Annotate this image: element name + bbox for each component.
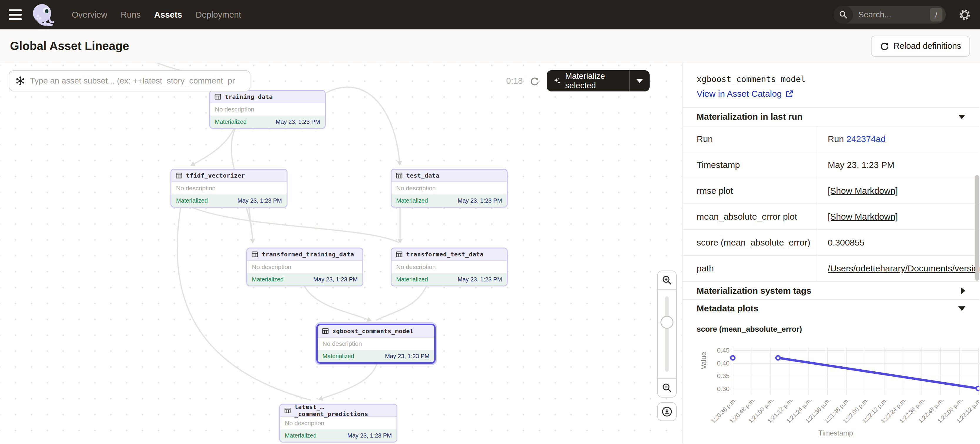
asset-node-header: tfidf_vectorizer — [171, 170, 286, 182]
panel-scrollbar[interactable] — [975, 175, 979, 281]
materialization-time[interactable]: May 23, 1:23 PM — [313, 276, 358, 283]
reload-definitions-button[interactable]: Reload definitions — [871, 36, 970, 57]
section-materialization-system-tags[interactable]: Materialization system tags — [682, 282, 979, 299]
chevron-right-icon — [961, 287, 965, 294]
run-id-link[interactable]: 242374ad — [846, 134, 885, 144]
table-icon — [284, 407, 291, 414]
section-materialization-last-run[interactable]: Materialization in last run — [682, 107, 979, 126]
asset-node-description: No description — [247, 261, 363, 273]
asset-node-footer: Materialized May 23, 1:23 PM — [391, 273, 507, 285]
chevron-down-icon — [958, 115, 965, 119]
refresh-icon — [880, 41, 889, 51]
plot-title: score (mean_absolute_error) — [682, 317, 979, 334]
view-in-asset-catalog-link[interactable]: View in Asset Catalog — [697, 89, 794, 99]
score-line-chart: Value 0.45 0.40 0.35 0.30 1:20:3 — [682, 336, 979, 443]
asset-lineage-graph[interactable]: Type an asset subset... (ex: ++latest_st… — [0, 63, 682, 443]
metadata-table: Run Run 242374ad Timestamp May 23, 1:23 … — [682, 126, 979, 282]
show-markdown-link[interactable]: [Show Markdown] — [828, 186, 898, 196]
nav-link-overview[interactable]: Overview — [72, 10, 107, 20]
nav-link-runs[interactable]: Runs — [121, 10, 141, 20]
search-shortcut-key: / — [930, 8, 942, 21]
asset-node-description: No description — [210, 103, 325, 116]
asset-subset-filter-input[interactable]: Type an asset subset... (ex: ++latest_st… — [9, 70, 250, 91]
graph-refresh-icon[interactable] — [530, 76, 540, 88]
x-axis-label: Timestamp — [733, 429, 939, 437]
table-icon — [251, 251, 258, 258]
nav-link-assets[interactable]: Assets — [154, 10, 182, 20]
dagster-logo[interactable] — [30, 2, 55, 27]
asset-node-transformed-test-data[interactable]: transformed_test_data No description Mat… — [391, 248, 508, 286]
refresh-timer: 0:18 — [506, 63, 523, 99]
asset-node-description: No description — [391, 182, 507, 194]
status-badge: Materialized — [285, 432, 317, 439]
materialization-time[interactable]: May 23, 1:23 PM — [237, 197, 282, 204]
show-markdown-link[interactable]: [Show Markdown] — [828, 212, 898, 222]
search-input[interactable]: Search... / — [834, 6, 946, 24]
materialize-options-caret[interactable] — [630, 70, 650, 91]
status-badge: Materialized — [323, 353, 354, 360]
zoom-out-button[interactable] — [658, 378, 676, 397]
nav-link-deployment[interactable]: Deployment — [196, 10, 241, 20]
materialization-time[interactable]: May 23, 1:23 PM — [385, 353, 430, 360]
status-badge: Materialized — [396, 197, 428, 204]
sparkles-icon — [553, 76, 561, 86]
asset-node-header: xgboost_comments_model — [318, 325, 434, 337]
materialization-time[interactable]: May 23, 1:23 PM — [458, 197, 502, 204]
external-link-icon — [786, 90, 794, 98]
asset-node-header: latest_…_comment_predictions — [280, 404, 396, 417]
asset-node-header: transformed_training_data — [247, 248, 363, 261]
page-title: Global Asset Lineage — [10, 40, 129, 53]
asset-node-footer: Materialized May 23, 1:23 PM — [280, 429, 396, 442]
table-row-timestamp: Timestamp May 23, 1:23 PM — [682, 152, 979, 178]
asset-node-transformed-training-data[interactable]: transformed_training_data No description… — [246, 248, 363, 286]
path-link[interactable]: /Users/odetteharary/Documents/version — [828, 263, 979, 274]
table-icon — [322, 328, 329, 335]
materialization-time[interactable]: May 23, 1:23 PM — [347, 432, 392, 439]
download-image-button[interactable] — [657, 402, 677, 421]
hamburger-menu-icon[interactable] — [9, 10, 23, 20]
zoom-in-button[interactable] — [658, 271, 676, 290]
op-selector-icon — [15, 76, 25, 86]
section-metadata-plots[interactable]: Metadata plots — [682, 299, 979, 317]
top-nav: Overview Runs Assets Deployment Search..… — [0, 0, 980, 29]
asset-node-footer: Materialized May 23, 1:23 PM — [210, 116, 325, 128]
materialization-time[interactable]: May 23, 1:23 PM — [276, 118, 320, 125]
asset-node-tfidf-vectorizer[interactable]: tfidf_vectorizer No description Material… — [170, 169, 288, 208]
asset-node-footer: Materialized May 23, 1:23 PM — [247, 273, 363, 285]
nav-links: Overview Runs Assets Deployment — [72, 10, 241, 20]
selected-asset-name: xgboost_comments_model — [697, 75, 965, 84]
table-icon — [396, 251, 403, 258]
table-row-mae-plot: mean_absolute_error plot [Show Markdown] — [682, 204, 979, 230]
asset-node-footer: Materialized May 23, 1:23 PM — [391, 194, 507, 207]
status-badge: Materialized — [176, 197, 208, 204]
search-icon — [834, 6, 853, 24]
table-row-path: path /Users/odetteharary/Documents/versi… — [682, 256, 979, 282]
reload-definitions-label: Reload definitions — [893, 41, 961, 51]
settings-gear-icon[interactable] — [958, 8, 971, 21]
table-icon — [175, 172, 183, 179]
asset-node-xgboost-comments-model[interactable]: xgboost_comments_model No description Ma… — [316, 324, 436, 364]
table-row-rmse-plot: rmse plot [Show Markdown] — [682, 178, 979, 204]
status-badge: Materialized — [215, 118, 247, 125]
page-header: Global Asset Lineage Reload definitions — [0, 29, 980, 63]
materialize-selected-button[interactable]: Materialize selected — [547, 70, 650, 91]
status-badge: Materialized — [252, 276, 284, 283]
search-placeholder: Search... — [858, 10, 930, 19]
zoom-slider[interactable] — [658, 290, 676, 378]
asset-node-header: test_data — [391, 170, 507, 182]
asset-node-footer: Materialized May 23, 1:23 PM — [318, 350, 434, 362]
asset-node-description: No description — [171, 182, 286, 194]
chart-series — [682, 336, 979, 397]
asset-node-description: No description — [391, 261, 507, 273]
graph-toolbar: Type an asset subset... (ex: ++latest_st… — [0, 63, 682, 99]
zoom-controls — [657, 271, 677, 421]
chevron-down-icon — [958, 306, 965, 311]
asset-node-test-data[interactable]: test_data No description Materialized Ma… — [391, 169, 508, 208]
materialization-time[interactable]: May 23, 1:23 PM — [458, 276, 502, 283]
zoom-slider-track[interactable] — [665, 296, 669, 372]
zoom-slider-handle[interactable] — [660, 316, 673, 329]
asset-node-footer: Materialized May 23, 1:23 PM — [171, 194, 286, 207]
asset-node-latest-comment-predictions[interactable]: latest_…_comment_predictions No descript… — [279, 404, 398, 442]
asset-node-header: transformed_test_data — [391, 248, 507, 261]
asset-node-description: No description — [318, 337, 434, 350]
